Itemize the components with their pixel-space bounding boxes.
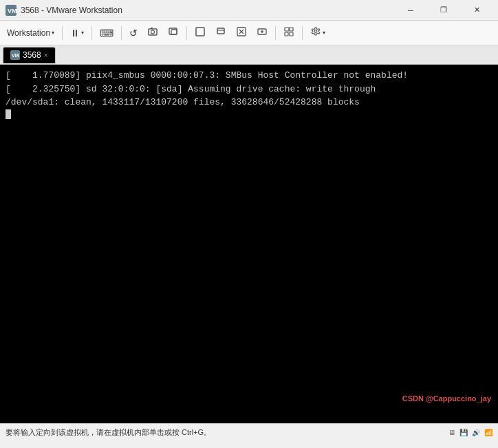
svg-rect-4 [151,28,153,29]
toolbar-separator-2 [91,26,92,40]
svg-rect-5 [169,28,177,34]
svg-rect-7 [196,28,204,36]
window-title: 3568 - VMware Workstation [21,6,122,15]
svg-rect-14 [285,32,288,36]
stretch-guest-icon [257,26,268,39]
vmware-icon: VM [6,5,17,16]
svg-point-16 [314,30,317,33]
status-bar: 要将输入定向到该虚拟机，请在虚拟机内部单击或按 Ctrl+G。 🖥 💾 🔊 📶 [0,423,498,441]
tab-bar: VM 3568 × [0,45,498,65]
fit-guest-button[interactable] [232,23,251,42]
tab-label: 3568 [23,50,41,60]
watermark: CSDN @Cappuccino_jay [402,394,491,403]
window-mode-button[interactable] [211,23,230,42]
snapshot-button-2[interactable] [164,23,183,42]
toolbar: Workstation ▾ ⏸ ▾ ⌨ ↺ [0,21,498,45]
workstation-label: Workstation [7,28,50,38]
vm-tab-icon: VM [10,50,20,60]
send-keys-button[interactable]: ⌨ [96,25,118,41]
audio-status-icon: 🔊 [472,429,480,436]
terminal-line-1: [ 1.770089] piix4_smbus 0000:00:07.3: SM… [6,69,492,83]
keyboard-icon: ⌨ [100,28,113,39]
fit-guest-icon [236,26,247,39]
settings-dropdown-icon: ▾ [323,30,325,36]
settings-button[interactable]: ▾ [306,23,329,42]
toolbar-separator-4 [186,26,187,40]
view-icon [283,26,294,39]
storage-status-icon: 💾 [459,429,468,436]
network-status-icon: 📶 [484,429,492,436]
vm-tab[interactable]: VM 3568 × [3,47,56,63]
svg-rect-12 [285,28,289,31]
tab-close-button[interactable]: × [44,52,48,59]
status-icons: 🖥 💾 🔊 📶 [448,429,492,436]
pause-dropdown-icon: ▾ [81,30,84,36]
terminal-line-2: [ 2.325750] sd 32:0:0:0: [sda] Assuming … [6,83,492,96]
revert-icon: ↺ [129,28,138,39]
svg-rect-15 [290,32,293,36]
pause-icon: ⏸ [70,28,80,39]
terminal-cursor [6,109,11,119]
view-button[interactable] [279,23,299,42]
vm-terminal-output: [ 1.770089] piix4_smbus 0000:00:07.3: SM… [0,65,498,123]
toolbar-separator-6 [302,26,303,40]
snapshot-button-1[interactable] [143,23,162,42]
snapshot2-icon [168,26,179,39]
window-controls: ─ ❐ ✕ [395,0,492,21]
svg-rect-13 [290,28,293,31]
revert-button[interactable]: ↺ [125,25,142,41]
workstation-menu-button[interactable]: Workstation ▾ [3,25,58,41]
svg-text:VM: VM [12,53,19,58]
fullscreen-button[interactable] [191,23,210,42]
cursor-line [6,109,492,119]
window-mode-icon [215,26,226,39]
title-bar: VM 3568 - VMware Workstation ─ ❐ ✕ [0,0,498,21]
svg-rect-8 [217,28,224,34]
settings-icon [310,26,321,39]
svg-text:VM: VM [8,8,17,14]
svg-rect-2 [149,29,157,35]
vm-screen[interactable]: [ 1.770089] piix4_smbus 0000:00:07.3: SM… [0,65,498,423]
restore-button[interactable]: ❐ [428,0,459,21]
svg-rect-6 [171,30,177,34]
svg-point-3 [151,30,155,34]
terminal-line-3: /dev/sda1: clean, 1433117/13107200 files… [6,96,492,109]
display-status-icon: 🖥 [448,429,455,436]
snapshot-icon [147,26,158,39]
fullscreen-icon [195,26,206,39]
toolbar-separator-1 [62,26,63,40]
minimize-button[interactable]: ─ [395,0,426,21]
toolbar-separator-5 [275,26,276,40]
close-button[interactable]: ✕ [461,0,492,21]
workstation-dropdown-icon: ▾ [52,30,54,36]
pause-button[interactable]: ⏸ ▾ [66,25,88,41]
stretch-guest-button[interactable] [252,23,272,42]
toolbar-separator-3 [121,26,122,40]
status-hint: 要将输入定向到该虚拟机，请在虚拟机内部单击或按 Ctrl+G。 [6,427,448,438]
